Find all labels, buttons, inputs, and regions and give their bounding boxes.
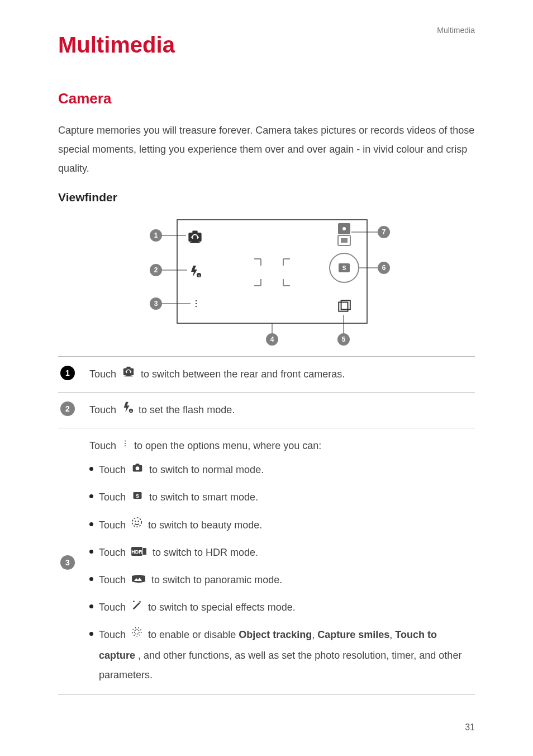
b4-text: to switch to HDR mode. — [153, 547, 258, 558]
callout-4-label: 4 — [270, 336, 274, 343]
b2-text: to switch to smart mode. — [149, 492, 258, 503]
b6-touch: Touch — [99, 602, 129, 613]
b4-touch: Touch — [99, 547, 129, 558]
callout-2-label: 2 — [154, 266, 158, 274]
hdr-icon — [131, 543, 147, 562]
callout-5-label: 5 — [342, 336, 346, 343]
callout-3-label: 3 — [154, 300, 158, 308]
badge-3: 3 — [60, 555, 75, 570]
b1-text: to switch to normal mode. — [149, 464, 264, 475]
callout-7-label: 7 — [382, 228, 386, 236]
gear-icon — [131, 625, 143, 644]
b7-bold1: Object tracking — [239, 630, 312, 641]
b5-touch: Touch — [99, 574, 129, 585]
row3-lead-pre: Touch — [89, 440, 119, 451]
b3-text: to switch to beauty mode. — [148, 519, 262, 531]
svg-point-25 — [342, 227, 346, 230]
b5-text: to switch to panoramic mode. — [151, 574, 282, 585]
b6-text: to switch to special effects mode. — [148, 602, 296, 613]
b3-touch: Touch — [99, 519, 129, 531]
menu-dots-icon — [121, 436, 129, 455]
page-number: 31 — [465, 722, 475, 733]
row-1: 1 Touch to switch between the rear and f… — [58, 357, 475, 393]
callout-6-label: 6 — [382, 264, 386, 272]
viewfinder-diagram: S 1 2 3 4 5 6 7 — [121, 214, 412, 348]
switch-camera-icon — [121, 365, 136, 384]
section-title: Camera — [58, 90, 475, 107]
special-effects-icon — [131, 598, 143, 617]
row-3: 3 Touch to open the options menu, where … — [58, 428, 475, 695]
badge-2: 2 — [60, 401, 75, 416]
row1-post: to switch between the rear and front cam… — [141, 368, 345, 380]
row-2: 2 Touch to set the flash mode. — [58, 393, 475, 428]
panoramic-icon — [131, 570, 146, 589]
row2-post: to set the flash mode. — [139, 404, 235, 415]
row3-lead-post: to open the options menu, where you can: — [134, 440, 321, 451]
page-title: Multimedia — [58, 32, 475, 58]
b7-touch: Touch — [99, 630, 129, 641]
callout-table: 1 Touch to switch between the rear and f… — [58, 356, 475, 695]
b7-post: , and other functions, as well as set th… — [99, 650, 461, 680]
b7-bold2: Capture smiles — [317, 630, 389, 641]
smart-s-icon — [131, 488, 144, 507]
svg-text:S: S — [342, 265, 346, 271]
b1-touch: Touch — [99, 464, 129, 475]
flash-icon — [121, 400, 134, 419]
row2-pre: Touch — [89, 404, 119, 415]
normal-camera-icon — [131, 460, 144, 479]
callout-1-label: 1 — [154, 231, 158, 239]
row1-pre: Touch — [89, 368, 119, 380]
intro-paragraph: Capture memories you will treasure forev… — [58, 121, 475, 178]
breadcrumb: Multimedia — [437, 26, 475, 35]
beauty-face-icon — [131, 516, 143, 535]
svg-rect-27 — [341, 238, 348, 243]
badge-1: 1 — [60, 366, 75, 380]
b2-touch: Touch — [99, 492, 129, 503]
b7-pre: to enable or disable — [148, 630, 239, 641]
subsection-title: Viewfinder — [58, 191, 475, 204]
